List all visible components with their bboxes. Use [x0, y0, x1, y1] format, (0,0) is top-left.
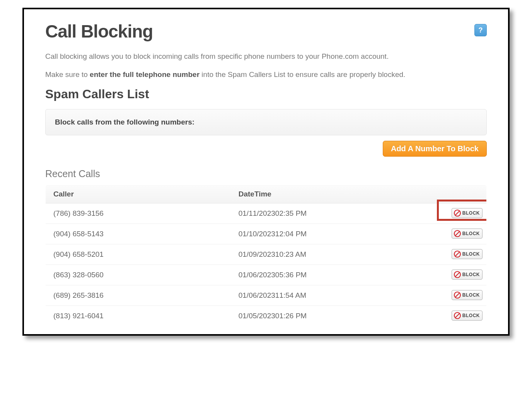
block-icon-wrap: [454, 271, 461, 278]
datetime-cell: 01/09/202310:23 AM: [231, 244, 421, 265]
datetime-cell: 01/11/202302:35 PM: [231, 203, 421, 224]
action-cell: BLOCK: [420, 203, 486, 224]
datetime-cell: 01/06/202311:54 AM: [231, 285, 421, 306]
recent-calls-table: Caller DateTime (786) 839-315601/11/2023…: [45, 185, 487, 326]
spam-list-panel: Block calls from the following numbers:: [45, 109, 487, 135]
table-row: (813) 921-604101/05/202301:26 PM BLOCK: [46, 306, 487, 326]
block-button[interactable]: BLOCK: [452, 270, 483, 280]
block-icon: [454, 209, 461, 217]
description-line-2: Make sure to enter the full telephone nu…: [45, 69, 487, 80]
description-line-1: Call blocking allows you to block incomi…: [45, 51, 487, 62]
svg-line-9: [455, 293, 459, 297]
block-icon: [454, 230, 461, 237]
action-cell: BLOCK: [420, 306, 486, 326]
svg-line-11: [455, 314, 459, 317]
datetime-cell: 01/06/202305:36 PM: [231, 265, 421, 285]
block-icon-wrap: [454, 291, 461, 299]
svg-line-5: [455, 252, 459, 256]
caller-cell: (863) 328-0560: [46, 265, 231, 285]
caller-cell: (813) 921-6041: [46, 306, 231, 326]
recent-calls-heading: Recent Calls: [45, 168, 487, 179]
page-title: Call Blocking: [45, 21, 153, 42]
action-cell: BLOCK: [420, 285, 486, 306]
block-button[interactable]: BLOCK: [452, 290, 483, 300]
block-icon: [454, 312, 461, 319]
block-button[interactable]: BLOCK: [452, 208, 483, 218]
desc2-pre: Make sure to: [45, 70, 90, 79]
svg-line-1: [455, 211, 459, 215]
svg-line-3: [455, 232, 459, 236]
block-icon: [454, 250, 461, 258]
block-icon: [454, 271, 461, 278]
table-row: (863) 328-056001/06/202305:36 PM BLOCK: [46, 265, 487, 285]
action-cell: BLOCK: [420, 265, 486, 285]
column-datetime: DateTime: [231, 185, 421, 203]
block-button[interactable]: BLOCK: [452, 249, 483, 259]
table-row: (786) 839-315601/11/202302:35 PM BLOCK: [46, 203, 487, 224]
datetime-cell: 01/05/202301:26 PM: [231, 306, 421, 326]
table-row: (904) 658-520101/09/202310:23 AM BLOCK: [46, 244, 487, 265]
header-row: Call Blocking ?: [45, 21, 487, 51]
table-row: (904) 658-514301/10/202312:04 PM BLOCK: [46, 224, 487, 244]
help-button[interactable]: ?: [474, 24, 487, 36]
block-button-label: BLOCK: [462, 292, 480, 298]
desc2-strong: enter the full telephone number: [90, 70, 200, 79]
block-icon-wrap: [454, 209, 461, 217]
block-button[interactable]: BLOCK: [452, 311, 483, 321]
help-icon: ?: [479, 26, 483, 34]
block-button[interactable]: BLOCK: [452, 229, 483, 239]
table-row: (689) 265-381601/06/202311:54 AM BLOCK: [46, 285, 487, 306]
add-number-button[interactable]: Add A Number To Block: [383, 141, 487, 157]
svg-line-7: [455, 273, 459, 277]
block-button-label: BLOCK: [462, 231, 480, 236]
page-container: Call Blocking ? Call blocking allows you…: [22, 8, 510, 336]
datetime-cell: 01/10/202312:04 PM: [231, 224, 421, 244]
block-icon: [454, 291, 461, 299]
block-button-label: BLOCK: [462, 210, 480, 216]
desc2-post: into the Spam Callers List to ensure cal…: [200, 70, 405, 79]
column-action: [420, 185, 486, 203]
caller-cell: (904) 658-5201: [46, 244, 231, 265]
block-icon-wrap: [454, 312, 461, 319]
caller-cell: (689) 265-3816: [46, 285, 231, 306]
table-header-row: Caller DateTime: [46, 185, 487, 203]
block-icon-wrap: [454, 250, 461, 258]
caller-cell: (786) 839-3156: [46, 203, 231, 224]
spam-list-panel-text: Block calls from the following numbers:: [55, 118, 477, 126]
block-button-label: BLOCK: [462, 313, 480, 318]
block-button-label: BLOCK: [462, 251, 480, 257]
add-button-row: Add A Number To Block: [45, 141, 487, 157]
action-cell: BLOCK: [420, 224, 486, 244]
block-icon-wrap: [454, 230, 461, 237]
action-cell: BLOCK: [420, 244, 486, 265]
block-button-label: BLOCK: [462, 272, 480, 277]
spam-list-heading: Spam Callers List: [45, 87, 487, 101]
caller-cell: (904) 658-5143: [46, 224, 231, 244]
column-caller: Caller: [46, 185, 231, 203]
